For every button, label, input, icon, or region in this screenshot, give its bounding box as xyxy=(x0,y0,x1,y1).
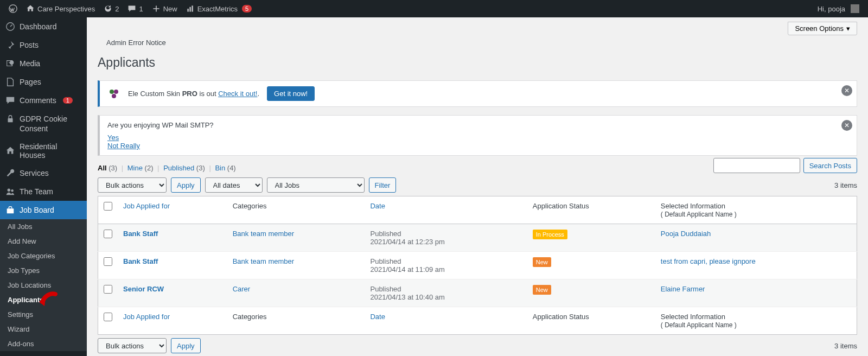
job-filter-select[interactable]: All Jobs xyxy=(267,177,365,193)
smtp-question: Are you enjoying WP Mail SMTP? xyxy=(107,121,849,129)
screen-options-button[interactable]: Screen Options ▾ xyxy=(788,22,857,35)
close-icon: ✕ xyxy=(844,87,850,94)
select-all-checkbox[interactable] xyxy=(104,202,112,211)
search-posts-button[interactable]: Search Posts xyxy=(803,158,857,173)
submenu-job-categories[interactable]: Job Categories xyxy=(0,249,87,263)
dismiss-notice-button[interactable]: ✕ xyxy=(841,120,852,131)
pin-icon xyxy=(5,40,15,50)
menu-media[interactable]: Media xyxy=(0,54,87,73)
notice-ele-custom-skin: Ele Custom Skin PRO is out Check it out!… xyxy=(98,80,857,107)
svg-rect-2 xyxy=(189,7,190,12)
menu-comments[interactable]: Comments 1 xyxy=(0,91,87,110)
job-link[interactable]: Bank Staff xyxy=(123,257,158,265)
col-selected-info: Selected Information ( Default Applicant… xyxy=(655,196,857,224)
home-icon xyxy=(5,146,15,156)
table-row: Senior RCWCarerPublished2021/04/13 at 10… xyxy=(98,279,857,307)
bulk-actions-select[interactable]: Bulk actions xyxy=(98,177,167,193)
svg-rect-1 xyxy=(187,9,188,12)
new-label: New xyxy=(163,5,177,13)
admin-menu: Dashboard Posts Media Pages Comments 1 G… xyxy=(0,17,87,356)
search-input[interactable] xyxy=(713,158,800,173)
menu-gdpr[interactable]: GDPR Cookie Consent xyxy=(0,110,87,138)
category-link[interactable]: Bank team member xyxy=(233,230,294,238)
lock-icon xyxy=(5,114,15,124)
refresh-icon xyxy=(104,4,112,13)
submenu-settings[interactable]: Settings xyxy=(0,307,87,322)
exactmetrics-link[interactable]: ExactMetrics 5 xyxy=(182,0,257,17)
comment-icon xyxy=(127,4,136,13)
applicants-table: Job Applied for Categories Date Applicat… xyxy=(98,196,857,335)
dashboard-icon xyxy=(5,22,15,31)
date-filter-select[interactable]: All dates xyxy=(205,177,263,193)
job-link[interactable]: Senior RCW xyxy=(123,285,164,293)
chart-icon xyxy=(186,4,195,13)
filter-mine[interactable]: Mine xyxy=(127,164,143,172)
submenu-all-jobs[interactable]: All Jobs xyxy=(0,219,87,234)
bulk-actions-select-bottom[interactable]: Bulk actions xyxy=(98,338,167,353)
items-count-top: 3 items xyxy=(834,181,857,189)
status-badge: New xyxy=(533,257,551,267)
svg-point-20 xyxy=(112,94,116,98)
ecs-check-it-out-link[interactable]: Check it out! xyxy=(218,90,257,98)
avatar xyxy=(851,4,859,13)
status-badge: New xyxy=(533,285,551,295)
col-job-foot[interactable]: Job Applied for xyxy=(123,313,170,321)
comments-link[interactable]: 1 xyxy=(123,0,147,17)
plus-icon xyxy=(152,4,161,13)
page-icon xyxy=(5,77,15,87)
site-name-link[interactable]: Care Perspectives xyxy=(22,0,99,17)
filter-button[interactable]: Filter xyxy=(369,177,397,193)
ecs-get-it-now-button[interactable]: Get it now! xyxy=(267,86,315,101)
admin-error-notice: Admin Error Notice xyxy=(98,35,857,50)
new-content-link[interactable]: New xyxy=(148,0,182,17)
dismiss-notice-button[interactable]: ✕ xyxy=(841,85,852,96)
comment-icon xyxy=(5,96,15,105)
apply-bulk-button[interactable]: Apply xyxy=(171,177,201,193)
job-link[interactable]: Bank Staff xyxy=(123,230,158,238)
applicant-link[interactable]: Elaine Farmer xyxy=(661,285,705,293)
row-checkbox[interactable] xyxy=(104,257,112,266)
submenu-add-new[interactable]: Add New xyxy=(0,234,87,249)
menu-job-board[interactable]: Job Board xyxy=(0,201,87,219)
submenu-wizard[interactable]: Wizard xyxy=(0,322,87,336)
svg-point-8 xyxy=(11,189,14,192)
wp-logo[interactable] xyxy=(4,0,22,17)
menu-posts[interactable]: Posts xyxy=(0,36,87,54)
submenu-applicants[interactable]: Applicants xyxy=(0,293,87,307)
filter-bin[interactable]: Bin xyxy=(215,164,225,172)
menu-team[interactable]: The Team xyxy=(0,182,87,201)
apply-bulk-button-bottom[interactable]: Apply xyxy=(171,338,201,353)
menu-services[interactable]: Services xyxy=(0,164,87,182)
menu-dashboard[interactable]: Dashboard xyxy=(0,17,87,36)
submenu-job-types[interactable]: Job Types xyxy=(0,263,87,278)
col-job[interactable]: Job Applied for xyxy=(123,202,170,210)
user-greeting[interactable]: Hi, pooja xyxy=(813,0,864,17)
svg-point-19 xyxy=(114,90,118,94)
smtp-yes-link[interactable]: Yes xyxy=(107,134,119,142)
menu-pages[interactable]: Pages xyxy=(0,73,87,91)
col-date[interactable]: Date xyxy=(370,202,385,210)
filter-published[interactable]: Published xyxy=(163,164,194,172)
applicant-link[interactable]: test from capri, please ignpore xyxy=(661,257,756,265)
category-link[interactable]: Carer xyxy=(233,285,251,293)
chevron-down-icon: ▾ xyxy=(846,24,850,33)
exactmetrics-badge: 5 xyxy=(242,5,252,12)
table-row: Bank StaffBank team memberPublished2021/… xyxy=(98,224,857,252)
submenu-addons[interactable]: Add-ons xyxy=(0,336,87,351)
menu-elementor[interactable]: Elementor xyxy=(0,351,87,356)
applicant-link[interactable]: Pooja Duddaiah xyxy=(661,230,711,238)
smtp-no-link[interactable]: Not Really xyxy=(107,142,140,150)
col-date-foot[interactable]: Date xyxy=(370,313,385,321)
tablenav-top: Bulk actions Apply All dates All Jobs Fi… xyxy=(98,177,857,193)
svg-rect-6 xyxy=(8,118,13,122)
filter-all[interactable]: All (3) xyxy=(98,164,117,172)
submenu-job-locations[interactable]: Job Locations xyxy=(0,278,87,293)
row-checkbox[interactable] xyxy=(104,230,112,238)
select-all-checkbox-foot[interactable] xyxy=(104,313,112,321)
category-link[interactable]: Bank team member xyxy=(233,257,294,265)
row-checkbox[interactable] xyxy=(104,285,112,294)
updates-link[interactable]: 2 xyxy=(99,0,123,17)
home-icon xyxy=(26,4,35,13)
page-title: Applicants xyxy=(98,50,857,78)
menu-residential[interactable]: Residential Houses xyxy=(0,138,87,164)
